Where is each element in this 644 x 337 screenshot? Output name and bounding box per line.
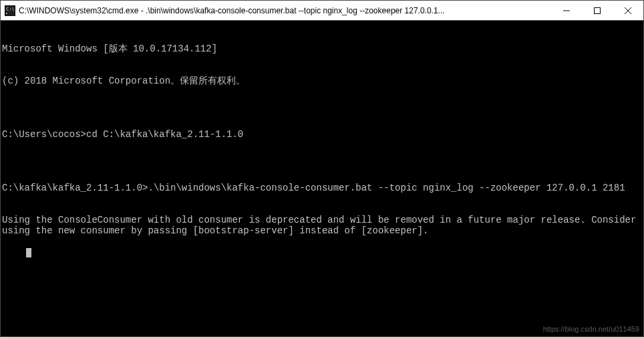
terminal-line: (c) 2018 Microsoft Corporation。保留所有权利。 xyxy=(2,76,643,86)
svg-rect-3 xyxy=(595,7,601,13)
window-controls xyxy=(551,1,643,20)
minimize-button[interactable] xyxy=(551,1,582,20)
titlebar[interactable]: C:\ C:\WINDOWS\system32\cmd.exe - .\bin\… xyxy=(1,1,643,21)
cursor xyxy=(26,248,31,257)
cmd-icon: C:\ xyxy=(5,5,15,16)
watermark: https://blog.csdn.net/u011459 xyxy=(543,324,639,334)
close-button[interactable] xyxy=(613,1,643,20)
terminal-line: C:\Users\cocos>cd C:\kafka\kafka_2.11-1.… xyxy=(2,129,643,140)
svg-text:C:\: C:\ xyxy=(6,7,15,12)
maximize-button[interactable] xyxy=(582,1,613,20)
terminal-line: Using the ConsoleConsumer with old consu… xyxy=(2,215,643,236)
terminal-line: C:\kafka\kafka_2.11-1.1.0>.\bin\windows\… xyxy=(2,183,643,193)
terminal-area[interactable]: Microsoft Windows [版本 10.0.17134.112] (c… xyxy=(1,21,643,336)
cmd-window: C:\ C:\WINDOWS\system32\cmd.exe - .\bin\… xyxy=(0,0,644,337)
terminal-line: Microsoft Windows [版本 10.0.17134.112] xyxy=(2,43,643,54)
window-title: C:\WINDOWS\system32\cmd.exe - .\bin\wind… xyxy=(19,6,551,15)
